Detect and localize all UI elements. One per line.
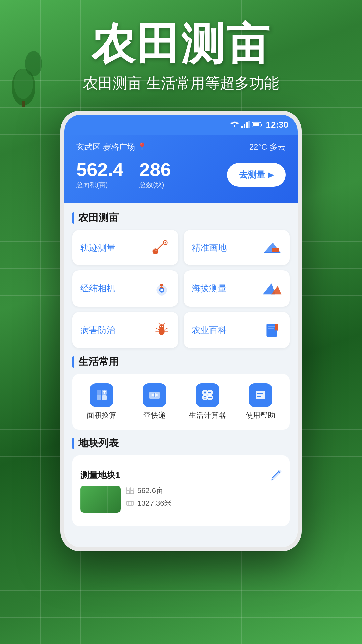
tool-calc-item[interactable]: 生活计算器 bbox=[184, 383, 231, 420]
svg-rect-53 bbox=[204, 398, 206, 399]
svg-line-29 bbox=[156, 328, 159, 330]
tool-area-label: 面积换算 bbox=[87, 410, 116, 420]
feature-camera-card[interactable]: 经纬相机 bbox=[72, 270, 178, 307]
svg-rect-10 bbox=[253, 123, 259, 126]
svg-rect-52 bbox=[204, 396, 206, 397]
svg-rect-62 bbox=[126, 491, 130, 494]
plot-thumbnail-pattern bbox=[80, 486, 121, 513]
feature-agri-label: 农业百科 bbox=[192, 324, 227, 336]
svg-rect-37 bbox=[97, 390, 101, 395]
tool-express-label: 查快递 bbox=[143, 410, 166, 420]
total-area-stat: 562.4 总面积(亩) bbox=[76, 160, 123, 190]
life-section: 生活常用 bbox=[72, 355, 290, 430]
total-count-value: 286 bbox=[139, 160, 171, 179]
measure-button[interactable]: 去测量 ▶ bbox=[227, 163, 286, 187]
altitude-icon bbox=[261, 281, 282, 296]
life-section-bar bbox=[72, 356, 74, 368]
hero-section: 农田测亩 农田测亩 生活常用等超多功能 bbox=[0, 0, 362, 93]
draw-icon bbox=[261, 239, 282, 256]
bottom-spacer bbox=[72, 533, 290, 539]
plot-item-header: 测量地块1 bbox=[80, 469, 282, 481]
tool-area-icon bbox=[90, 383, 113, 407]
feature-camera-label: 经纬相机 bbox=[80, 283, 115, 294]
svg-rect-63 bbox=[130, 491, 134, 494]
header-section: 玄武区 赛格广场 📍 22°C 多云 562.4 总面积(亩) 286 总数(块… bbox=[64, 135, 298, 203]
feature-draw-card[interactable]: 精准画地 bbox=[184, 230, 290, 265]
phone-inner: 12:30 玄武区 赛格广场 📍 22°C 多云 562.4 总面积(亩) bbox=[64, 115, 298, 547]
plot-section-header: 地块列表 bbox=[72, 436, 290, 450]
svg-line-25 bbox=[158, 323, 160, 325]
stats-row: 562.4 总面积(亩) 286 总数(块) 去测量 ▶ bbox=[76, 160, 286, 190]
plot-area-row: 562.6亩 bbox=[126, 486, 172, 496]
phone-mockup: 12:30 玄武区 赛格广场 📍 22°C 多云 562.4 总面积(亩) bbox=[60, 111, 302, 551]
svg-point-27 bbox=[160, 326, 161, 327]
tool-express-item[interactable]: 查快递 bbox=[131, 383, 178, 420]
svg-rect-4 bbox=[241, 126, 243, 128]
total-count-stat: 286 总数(块) bbox=[139, 160, 171, 190]
feature-draw-label: 精准画地 bbox=[192, 242, 227, 254]
svg-point-19 bbox=[160, 289, 163, 291]
feature-altitude-card[interactable]: 海拔测量 bbox=[184, 270, 290, 307]
svg-point-28 bbox=[162, 326, 163, 327]
feature-grid: 轨迹测量 精准画地 bbox=[72, 230, 290, 348]
farm-section-title: 农田测亩 bbox=[78, 211, 119, 225]
plot-section-title: 地块列表 bbox=[78, 436, 119, 450]
tool-help-item[interactable]: 使用帮助 bbox=[237, 383, 284, 420]
total-area-label: 总面积(亩) bbox=[76, 180, 123, 190]
calc-icon bbox=[201, 388, 214, 402]
svg-rect-61 bbox=[130, 488, 134, 490]
area-icon bbox=[95, 389, 108, 401]
svg-rect-7 bbox=[248, 121, 250, 128]
life-section-title: 生活常用 bbox=[78, 355, 119, 369]
agri-icon bbox=[264, 321, 282, 339]
total-area-value: 562.4 bbox=[76, 160, 123, 179]
plot-perimeter-row: 1327.36米 bbox=[126, 498, 172, 508]
svg-rect-9 bbox=[261, 124, 262, 126]
tool-area-item[interactable]: 面积换算 bbox=[78, 383, 125, 420]
plot-details: 562.6亩 1 bbox=[80, 486, 282, 513]
location-text: 玄武区 赛格广场 bbox=[76, 142, 135, 152]
feature-agri-card[interactable]: 农业百科 bbox=[184, 312, 290, 348]
feature-track-card[interactable]: 轨迹测量 bbox=[72, 230, 178, 265]
tool-help-label: 使用帮助 bbox=[246, 410, 275, 420]
status-bar: 12:30 bbox=[64, 115, 298, 135]
battery-icon bbox=[252, 122, 263, 128]
svg-rect-34 bbox=[268, 326, 275, 326]
svg-rect-39 bbox=[97, 395, 101, 400]
farm-section-header: 农田测亩 bbox=[72, 211, 290, 225]
camera-icon bbox=[153, 280, 170, 297]
feature-pest-card[interactable]: 病害防治 bbox=[72, 312, 178, 348]
signal-icon bbox=[241, 121, 250, 128]
svg-rect-6 bbox=[246, 122, 248, 128]
farm-section-bar bbox=[72, 212, 74, 224]
hero-subtitle: 农田测亩 生活常用等超多功能 bbox=[0, 73, 362, 93]
svg-point-20 bbox=[160, 284, 163, 287]
feature-pest-label: 病害防治 bbox=[80, 324, 115, 336]
track-icon bbox=[150, 240, 170, 255]
tool-calc-icon bbox=[196, 383, 219, 407]
plot-section: 地块列表 测量地块1 bbox=[72, 436, 290, 526]
plot-perimeter-value: 1327.36米 bbox=[137, 498, 172, 508]
svg-rect-40 bbox=[102, 395, 107, 400]
life-section-header: 生活常用 bbox=[72, 355, 290, 369]
tools-grid: 面积换算 bbox=[72, 374, 290, 430]
plot-thumbnail bbox=[80, 486, 121, 513]
main-content: 农田测亩 轨迹测量 bbox=[64, 203, 298, 547]
hero-title: 农田测亩 bbox=[0, 20, 362, 68]
phone-outer: 12:30 玄武区 赛格广场 📍 22°C 多云 562.4 总面积(亩) bbox=[60, 111, 302, 551]
feature-altitude-label: 海拔测量 bbox=[192, 283, 227, 294]
tool-calc-label: 生活计算器 bbox=[189, 410, 226, 420]
svg-rect-5 bbox=[244, 124, 245, 128]
svg-rect-2 bbox=[22, 101, 25, 107]
svg-point-24 bbox=[159, 324, 164, 329]
pest-icon bbox=[153, 321, 170, 339]
location-row: 玄武区 赛格广场 📍 22°C 多云 bbox=[76, 142, 286, 152]
location-pin-icon: 📍 bbox=[137, 142, 147, 152]
plot-area-value: 562.6亩 bbox=[137, 486, 163, 496]
help-icon bbox=[254, 388, 267, 402]
edit-icon[interactable] bbox=[269, 469, 282, 481]
weather-display: 22°C 多云 bbox=[249, 142, 286, 152]
table-row[interactable]: 测量地块1 bbox=[80, 464, 282, 518]
measure-btn-label: 去测量 bbox=[239, 169, 265, 181]
svg-rect-35 bbox=[268, 328, 274, 328]
